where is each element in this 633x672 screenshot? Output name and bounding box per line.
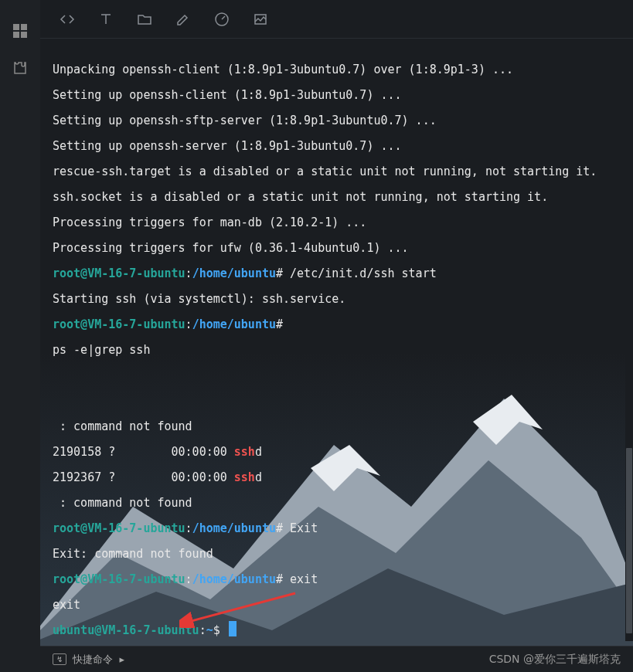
scrollbar-thumb[interactable] <box>626 448 632 633</box>
terminal-line: ubuntu@VM-16-7-ubuntu:~$ <box>53 618 621 643</box>
quick-command-label: 快捷命令 <box>73 653 113 667</box>
terminal-line: root@VM-16-7-ubuntu:/home/ubuntu# exit <box>53 567 621 592</box>
terminal-line: root@VM-16-7-ubuntu:/home/ubuntu# Exit <box>53 516 621 541</box>
terminal-line <box>53 363 621 389</box>
bottom-bar: ↯ 快捷命令 ▸ CSDN @爱你三千遍斯塔克 <box>40 646 633 672</box>
terminal-line: Exit: command not found <box>53 541 621 567</box>
edit-icon[interactable] <box>175 11 192 28</box>
svg-rect-1 <box>21 24 27 30</box>
text-icon[interactable] <box>97 11 114 28</box>
quick-command-button[interactable]: ↯ 快捷命令 ▸ <box>53 653 124 667</box>
terminal-line: : command not found <box>53 490 621 516</box>
terminal-area[interactable]: Unpacking openssh-client (1:8.9p1-3ubunt… <box>40 39 633 646</box>
extension-icon[interactable] <box>11 59 29 77</box>
terminal-line: exit <box>53 592 621 618</box>
terminal-line: root@VM-16-7-ubuntu:/home/ubuntu# <box>53 312 621 338</box>
terminal-line: Processing triggers for man-db (2.10.2-1… <box>53 210 621 236</box>
folder-icon[interactable] <box>136 11 153 28</box>
scrollbar[interactable] <box>625 39 633 641</box>
terminal-line <box>53 389 621 414</box>
gauge-icon[interactable] <box>213 11 230 28</box>
watermark-text: CSDN @爱你三千遍斯塔克 <box>489 653 621 667</box>
terminal-line: root@VM-16-7-ubuntu:/home/ubuntu# /etc/i… <box>53 261 621 287</box>
terminal-line: Setting up openssh-sftp-server (1:8.9p1-… <box>53 108 621 134</box>
terminal-line: 2192367 ? 00:00:00 sshd <box>53 465 621 490</box>
terminal-line: : command not found <box>53 414 621 440</box>
terminal-line: Processing triggers for ufw (0.36.1-4ubu… <box>53 236 621 261</box>
svg-rect-0 <box>13 24 19 30</box>
dashboard-icon[interactable] <box>11 22 29 40</box>
terminal-output: Unpacking openssh-client (1:8.9p1-3ubunt… <box>40 39 633 646</box>
code-icon[interactable] <box>59 11 76 28</box>
terminal-line: ps -e|grep ssh <box>53 338 621 363</box>
play-icon: ▸ <box>119 653 124 665</box>
left-sidebar <box>0 0 40 672</box>
image-icon[interactable] <box>252 11 269 28</box>
svg-rect-3 <box>21 32 27 38</box>
terminal-line: Unpacking openssh-client (1:8.9p1-3ubunt… <box>53 57 621 83</box>
lightning-icon: ↯ <box>53 653 66 665</box>
terminal-line: Starting ssh (via systemctl): ssh.servic… <box>53 287 621 312</box>
terminal-line: Setting up openssh-server (1:8.9p1-3ubun… <box>53 134 621 159</box>
terminal-line: rescue-ssh.target is a disabled or a sta… <box>53 159 621 185</box>
terminal-line: Setting up openssh-client (1:8.9p1-3ubun… <box>53 83 621 108</box>
terminal-line: 2190158 ? 00:00:00 sshd <box>53 440 621 465</box>
svg-rect-2 <box>13 32 19 38</box>
terminal-line: ssh.socket is a disabled or a static uni… <box>53 185 621 210</box>
toolbar <box>40 0 633 39</box>
